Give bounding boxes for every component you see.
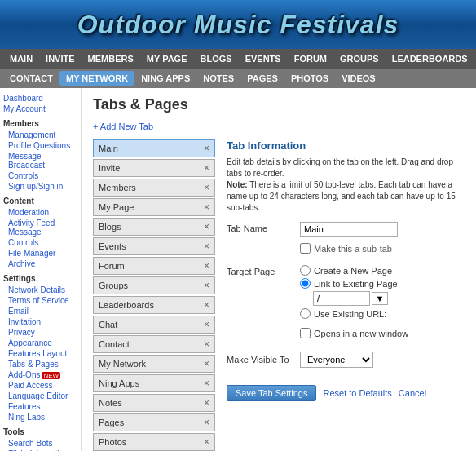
add-new-tab-link[interactable]: + Add New Tab — [93, 122, 153, 131]
action-buttons: Save Tab Settings Reset to Defaults Canc… — [227, 385, 465, 401]
sidebar-appearance[interactable]: Appearance — [8, 338, 77, 348]
cancel-link[interactable]: Cancel — [399, 388, 426, 398]
link-existing-input[interactable] — [313, 291, 370, 306]
nav-contact[interactable]: CONTACT — [3, 71, 60, 86]
close-tab-chat[interactable]: × — [204, 319, 209, 330]
nav-mynetwork[interactable]: MY NETWORK — [60, 71, 134, 86]
link-existing-dropdown[interactable]: ▼ — [372, 292, 388, 305]
tab-item-photos[interactable]: Photos × — [93, 433, 215, 451]
create-new-label: Create a New Page — [314, 266, 392, 276]
tab-item-main[interactable]: Main × — [93, 139, 215, 157]
close-tab-mypage[interactable]: × — [204, 201, 209, 213]
tab-item-forum[interactable]: Forum × — [93, 257, 215, 275]
main-content: Tabs & Pages + Add New Tab Main × Invite… — [82, 88, 476, 451]
header: Outdoor Music Festivals — [0, 0, 476, 49]
sidebar-privacy[interactable]: Privacy — [8, 327, 77, 338]
sidebar-email[interactable]: Email — [8, 306, 77, 316]
nav-videos[interactable]: VIDEOS — [335, 71, 382, 86]
save-tab-settings-button[interactable]: Save Tab Settings — [227, 385, 316, 401]
tab-item-groups[interactable]: Groups × — [93, 276, 215, 294]
sidebar-profile-questions[interactable]: Profile Questions — [8, 140, 77, 151]
nav-members[interactable]: MEMBERS — [82, 51, 140, 66]
close-tab-invite[interactable]: × — [204, 162, 209, 174]
tab-name-input[interactable] — [300, 222, 398, 237]
nav-notes[interactable]: NOTES — [196, 71, 240, 86]
nav-groups[interactable]: GROUPS — [333, 51, 386, 66]
close-tab-contact[interactable]: × — [204, 338, 209, 350]
tab-item-chat[interactable]: Chat × — [93, 316, 215, 334]
sidebar-sign-up[interactable]: Sign up/Sign in — [8, 181, 77, 192]
make-visible-select[interactable]: Everyone — [300, 352, 373, 368]
opens-new-window-label: Opens in a new window — [314, 329, 408, 338]
sidebar-add-ons[interactable]: Add-OnsNEW — [8, 369, 77, 380]
sidebar-dashboard[interactable]: Dashboard — [3, 93, 77, 104]
opens-new-window-checkbox[interactable] — [300, 328, 311, 338]
link-existing-radio[interactable] — [300, 278, 311, 289]
sidebar-activity-feed[interactable]: Activity Feed Message — [8, 218, 77, 237]
subtab-label: Make this a sub-tab — [314, 244, 392, 254]
close-tab-pages[interactable]: × — [204, 417, 209, 428]
sidebar-ning-labs[interactable]: Ning Labs — [8, 412, 77, 422]
sidebar-search-bots[interactable]: Search Bots — [8, 438, 77, 449]
sidebar-file-manager[interactable]: File Manager — [8, 248, 77, 259]
close-tab-members[interactable]: × — [204, 182, 209, 193]
close-tab-leaderboards[interactable]: × — [204, 299, 209, 311]
subtab-check: Make this a sub-tab — [300, 243, 465, 254]
nav-main[interactable]: MAIN — [3, 51, 39, 66]
sidebar-features-layout[interactable]: Features Layout — [8, 348, 77, 359]
nav-pages[interactable]: PAGES — [240, 71, 284, 86]
nav-photos[interactable]: PHOTOS — [284, 71, 335, 86]
make-visible-row: Make Visible To Everyone — [227, 352, 465, 368]
sidebar-content-section: Content — [3, 197, 77, 206]
close-tab-ningapps[interactable]: × — [204, 378, 209, 389]
sidebar-controls[interactable]: Controls — [8, 170, 77, 181]
sidebar-features[interactable]: Features — [8, 401, 77, 412]
use-existing-url-label: Use Existing URL: — [314, 309, 386, 319]
nav-blogs[interactable]: BLOGS — [194, 51, 239, 66]
nav-mypage[interactable]: MY PAGE — [140, 51, 194, 66]
sidebar-controls2[interactable]: Controls — [8, 237, 77, 248]
sidebar-message-broadcast[interactable]: Message Broadcast — [8, 151, 77, 170]
sidebar-network-details[interactable]: Network Details — [8, 285, 77, 295]
nav-forum[interactable]: FORUM — [288, 51, 333, 66]
nav-ningapps[interactable]: NING APPS — [134, 71, 196, 86]
tab-item-notes[interactable]: Notes × — [93, 394, 215, 412]
close-tab-mynetwork[interactable]: × — [204, 358, 209, 369]
tab-item-blogs[interactable]: Blogs × — [93, 218, 215, 236]
sidebar-invitation[interactable]: Invitation — [8, 316, 77, 327]
close-tab-events[interactable]: × — [204, 241, 209, 252]
sidebar-terms[interactable]: Terms of Service — [8, 295, 77, 306]
tab-item-ningapps[interactable]: Ning Apps × — [93, 374, 215, 392]
close-tab-main[interactable]: × — [204, 143, 209, 154]
tab-item-mynetwork[interactable]: My Network × — [93, 355, 215, 373]
subtab-checkbox[interactable] — [300, 243, 311, 254]
tab-item-leaderboards[interactable]: Leaderboards × — [93, 296, 215, 314]
sub-nav: CONTACT MY NETWORK NING APPS NOTES PAGES… — [0, 69, 476, 88]
sidebar-moderation[interactable]: Moderation — [8, 207, 77, 218]
sidebar-my-account[interactable]: My Account — [3, 104, 77, 114]
close-tab-forum[interactable]: × — [204, 260, 209, 272]
tab-item-invite[interactable]: Invite × — [93, 159, 215, 177]
tab-info-note-label: Note: There is a limit of 50 top-level t… — [227, 180, 456, 212]
nav-leaderboards[interactable]: LEADERBOARDS — [386, 51, 474, 66]
sidebar-paid-access[interactable]: Paid Access — [8, 380, 77, 391]
close-tab-photos[interactable]: × — [204, 436, 209, 448]
create-new-radio[interactable] — [300, 265, 311, 276]
close-tab-groups[interactable]: × — [204, 280, 209, 291]
close-tab-blogs[interactable]: × — [204, 221, 209, 232]
sidebar-language-editor[interactable]: Language Editor — [8, 391, 77, 401]
sidebar-management[interactable]: Management — [8, 130, 77, 140]
target-page-label: Target Page — [227, 265, 300, 276]
sidebar-archive[interactable]: Archive — [8, 259, 77, 269]
nav-events[interactable]: EVENTS — [239, 51, 288, 66]
tab-item-contact[interactable]: Contact × — [93, 335, 215, 353]
tab-item-members[interactable]: Members × — [93, 179, 215, 197]
close-tab-notes[interactable]: × — [204, 397, 209, 409]
nav-invite[interactable]: INVITE — [39, 51, 81, 66]
use-existing-url-radio[interactable] — [300, 308, 311, 319]
tab-item-pages[interactable]: Pages × — [93, 413, 215, 431]
tab-item-mypage[interactable]: My Page × — [93, 198, 215, 216]
reset-defaults-link[interactable]: Reset to Defaults — [323, 388, 391, 398]
sidebar-tabs-pages[interactable]: Tabs & Pages — [8, 359, 77, 369]
tab-item-events[interactable]: Events × — [93, 237, 215, 255]
